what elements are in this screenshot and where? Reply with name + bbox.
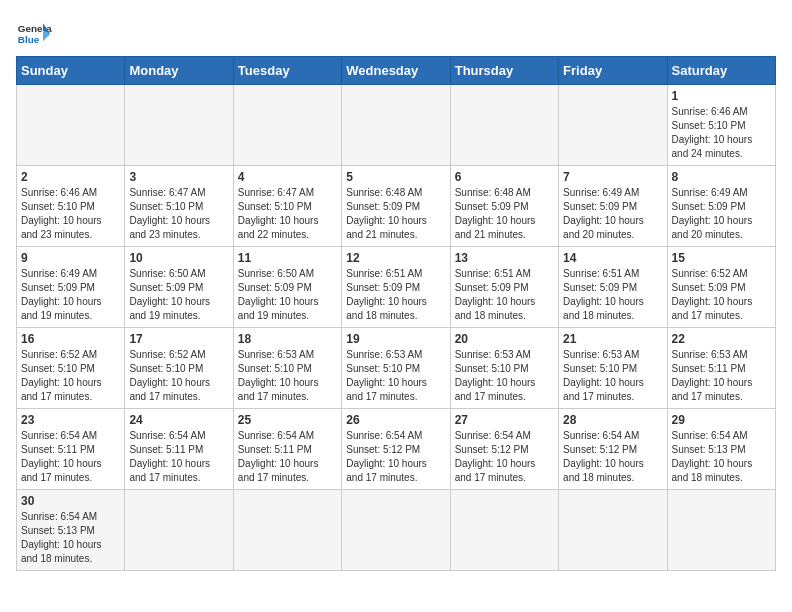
calendar-cell: 5Sunrise: 6:48 AM Sunset: 5:09 PM Daylig… bbox=[342, 166, 450, 247]
weekday-header-wednesday: Wednesday bbox=[342, 57, 450, 85]
day-number: 12 bbox=[346, 251, 445, 265]
calendar-cell: 15Sunrise: 6:52 AM Sunset: 5:09 PM Dayli… bbox=[667, 247, 775, 328]
calendar-cell: 30Sunrise: 6:54 AM Sunset: 5:13 PM Dayli… bbox=[17, 490, 125, 571]
calendar-cell bbox=[233, 85, 341, 166]
calendar-cell: 28Sunrise: 6:54 AM Sunset: 5:12 PM Dayli… bbox=[559, 409, 667, 490]
weekday-header-tuesday: Tuesday bbox=[233, 57, 341, 85]
weekday-header-saturday: Saturday bbox=[667, 57, 775, 85]
day-info: Sunrise: 6:54 AM Sunset: 5:11 PM Dayligh… bbox=[129, 429, 228, 485]
calendar-cell: 20Sunrise: 6:53 AM Sunset: 5:10 PM Dayli… bbox=[450, 328, 558, 409]
calendar-table: SundayMondayTuesdayWednesdayThursdayFrid… bbox=[16, 56, 776, 571]
day-number: 9 bbox=[21, 251, 120, 265]
calendar-cell bbox=[559, 490, 667, 571]
day-info: Sunrise: 6:52 AM Sunset: 5:09 PM Dayligh… bbox=[672, 267, 771, 323]
calendar-cell bbox=[125, 490, 233, 571]
day-number: 21 bbox=[563, 332, 662, 346]
calendar-cell: 11Sunrise: 6:50 AM Sunset: 5:09 PM Dayli… bbox=[233, 247, 341, 328]
day-info: Sunrise: 6:48 AM Sunset: 5:09 PM Dayligh… bbox=[455, 186, 554, 242]
calendar-cell: 16Sunrise: 6:52 AM Sunset: 5:10 PM Dayli… bbox=[17, 328, 125, 409]
day-info: Sunrise: 6:46 AM Sunset: 5:10 PM Dayligh… bbox=[672, 105, 771, 161]
calendar-cell bbox=[559, 85, 667, 166]
calendar-week-row: 2Sunrise: 6:46 AM Sunset: 5:10 PM Daylig… bbox=[17, 166, 776, 247]
calendar-cell: 21Sunrise: 6:53 AM Sunset: 5:10 PM Dayli… bbox=[559, 328, 667, 409]
calendar-cell: 18Sunrise: 6:53 AM Sunset: 5:10 PM Dayli… bbox=[233, 328, 341, 409]
day-info: Sunrise: 6:51 AM Sunset: 5:09 PM Dayligh… bbox=[563, 267, 662, 323]
calendar-cell: 29Sunrise: 6:54 AM Sunset: 5:13 PM Dayli… bbox=[667, 409, 775, 490]
calendar-cell: 17Sunrise: 6:52 AM Sunset: 5:10 PM Dayli… bbox=[125, 328, 233, 409]
day-number: 14 bbox=[563, 251, 662, 265]
generalblue-logo-icon: General Blue bbox=[16, 16, 52, 52]
calendar-cell: 7Sunrise: 6:49 AM Sunset: 5:09 PM Daylig… bbox=[559, 166, 667, 247]
calendar-cell bbox=[667, 490, 775, 571]
weekday-header-thursday: Thursday bbox=[450, 57, 558, 85]
day-number: 29 bbox=[672, 413, 771, 427]
day-number: 17 bbox=[129, 332, 228, 346]
svg-text:Blue: Blue bbox=[18, 34, 40, 45]
day-info: Sunrise: 6:49 AM Sunset: 5:09 PM Dayligh… bbox=[672, 186, 771, 242]
day-info: Sunrise: 6:46 AM Sunset: 5:10 PM Dayligh… bbox=[21, 186, 120, 242]
calendar-week-row: 9Sunrise: 6:49 AM Sunset: 5:09 PM Daylig… bbox=[17, 247, 776, 328]
day-info: Sunrise: 6:54 AM Sunset: 5:13 PM Dayligh… bbox=[21, 510, 120, 566]
day-info: Sunrise: 6:53 AM Sunset: 5:11 PM Dayligh… bbox=[672, 348, 771, 404]
day-info: Sunrise: 6:52 AM Sunset: 5:10 PM Dayligh… bbox=[21, 348, 120, 404]
day-number: 18 bbox=[238, 332, 337, 346]
day-number: 23 bbox=[21, 413, 120, 427]
day-number: 2 bbox=[21, 170, 120, 184]
calendar-cell: 14Sunrise: 6:51 AM Sunset: 5:09 PM Dayli… bbox=[559, 247, 667, 328]
calendar-cell: 10Sunrise: 6:50 AM Sunset: 5:09 PM Dayli… bbox=[125, 247, 233, 328]
day-info: Sunrise: 6:54 AM Sunset: 5:13 PM Dayligh… bbox=[672, 429, 771, 485]
page-header: General Blue bbox=[16, 16, 776, 52]
day-info: Sunrise: 6:51 AM Sunset: 5:09 PM Dayligh… bbox=[455, 267, 554, 323]
day-number: 30 bbox=[21, 494, 120, 508]
day-number: 6 bbox=[455, 170, 554, 184]
day-info: Sunrise: 6:52 AM Sunset: 5:10 PM Dayligh… bbox=[129, 348, 228, 404]
calendar-cell: 6Sunrise: 6:48 AM Sunset: 5:09 PM Daylig… bbox=[450, 166, 558, 247]
day-number: 4 bbox=[238, 170, 337, 184]
day-number: 28 bbox=[563, 413, 662, 427]
day-number: 22 bbox=[672, 332, 771, 346]
calendar-cell: 13Sunrise: 6:51 AM Sunset: 5:09 PM Dayli… bbox=[450, 247, 558, 328]
day-info: Sunrise: 6:51 AM Sunset: 5:09 PM Dayligh… bbox=[346, 267, 445, 323]
calendar-cell bbox=[342, 85, 450, 166]
day-number: 15 bbox=[672, 251, 771, 265]
day-number: 20 bbox=[455, 332, 554, 346]
day-info: Sunrise: 6:49 AM Sunset: 5:09 PM Dayligh… bbox=[21, 267, 120, 323]
weekday-header-monday: Monday bbox=[125, 57, 233, 85]
calendar-cell: 23Sunrise: 6:54 AM Sunset: 5:11 PM Dayli… bbox=[17, 409, 125, 490]
calendar-week-row: 30Sunrise: 6:54 AM Sunset: 5:13 PM Dayli… bbox=[17, 490, 776, 571]
weekday-header-row: SundayMondayTuesdayWednesdayThursdayFrid… bbox=[17, 57, 776, 85]
day-info: Sunrise: 6:54 AM Sunset: 5:11 PM Dayligh… bbox=[238, 429, 337, 485]
day-number: 10 bbox=[129, 251, 228, 265]
calendar-cell: 3Sunrise: 6:47 AM Sunset: 5:10 PM Daylig… bbox=[125, 166, 233, 247]
day-number: 7 bbox=[563, 170, 662, 184]
calendar-cell: 22Sunrise: 6:53 AM Sunset: 5:11 PM Dayli… bbox=[667, 328, 775, 409]
calendar-cell: 27Sunrise: 6:54 AM Sunset: 5:12 PM Dayli… bbox=[450, 409, 558, 490]
day-number: 24 bbox=[129, 413, 228, 427]
calendar-cell bbox=[233, 490, 341, 571]
day-number: 8 bbox=[672, 170, 771, 184]
day-info: Sunrise: 6:54 AM Sunset: 5:12 PM Dayligh… bbox=[563, 429, 662, 485]
calendar-cell: 1Sunrise: 6:46 AM Sunset: 5:10 PM Daylig… bbox=[667, 85, 775, 166]
calendar-cell bbox=[342, 490, 450, 571]
day-info: Sunrise: 6:49 AM Sunset: 5:09 PM Dayligh… bbox=[563, 186, 662, 242]
logo: General Blue bbox=[16, 16, 52, 52]
day-number: 25 bbox=[238, 413, 337, 427]
day-number: 27 bbox=[455, 413, 554, 427]
day-info: Sunrise: 6:50 AM Sunset: 5:09 PM Dayligh… bbox=[238, 267, 337, 323]
day-info: Sunrise: 6:47 AM Sunset: 5:10 PM Dayligh… bbox=[129, 186, 228, 242]
calendar-cell bbox=[125, 85, 233, 166]
day-info: Sunrise: 6:54 AM Sunset: 5:12 PM Dayligh… bbox=[455, 429, 554, 485]
day-number: 16 bbox=[21, 332, 120, 346]
calendar-cell: 25Sunrise: 6:54 AM Sunset: 5:11 PM Dayli… bbox=[233, 409, 341, 490]
calendar-cell: 19Sunrise: 6:53 AM Sunset: 5:10 PM Dayli… bbox=[342, 328, 450, 409]
day-number: 26 bbox=[346, 413, 445, 427]
calendar-cell bbox=[450, 490, 558, 571]
calendar-week-row: 23Sunrise: 6:54 AM Sunset: 5:11 PM Dayli… bbox=[17, 409, 776, 490]
weekday-header-sunday: Sunday bbox=[17, 57, 125, 85]
calendar-cell: 4Sunrise: 6:47 AM Sunset: 5:10 PM Daylig… bbox=[233, 166, 341, 247]
day-number: 11 bbox=[238, 251, 337, 265]
day-info: Sunrise: 6:53 AM Sunset: 5:10 PM Dayligh… bbox=[563, 348, 662, 404]
day-info: Sunrise: 6:53 AM Sunset: 5:10 PM Dayligh… bbox=[346, 348, 445, 404]
day-number: 19 bbox=[346, 332, 445, 346]
day-info: Sunrise: 6:48 AM Sunset: 5:09 PM Dayligh… bbox=[346, 186, 445, 242]
